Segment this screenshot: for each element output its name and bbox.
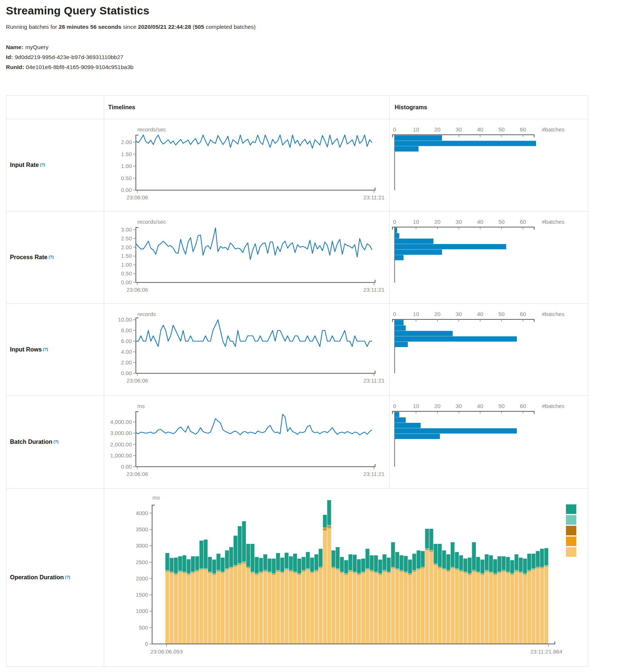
stacked-bar-segment bbox=[446, 571, 450, 571]
stacked-bar-segment bbox=[285, 569, 289, 570]
stacked-bar-segment bbox=[502, 556, 506, 570]
stacked-bar-segment bbox=[170, 558, 174, 572]
histogram-bar bbox=[395, 428, 517, 433]
stacked-bar-segment bbox=[468, 575, 472, 575]
stacked-bar-segment bbox=[378, 575, 382, 575]
x-tick-label: 0 bbox=[393, 126, 396, 133]
stacked-bar-segment bbox=[280, 572, 284, 572]
stacked-bar-segment bbox=[417, 570, 421, 644]
stacked-bar-segment bbox=[374, 573, 378, 573]
stacked-bar-segment bbox=[382, 571, 387, 571]
row-label-batch-duration: Batch Duration(?) bbox=[6, 395, 103, 488]
stacked-bar-segment bbox=[395, 568, 399, 569]
histogram-bar bbox=[395, 244, 506, 249]
stacked-bar-segment bbox=[451, 567, 455, 568]
stacked-bar-segment bbox=[246, 568, 250, 568]
stacked-bar-segment bbox=[412, 554, 416, 570]
y-tick-label: 3000 bbox=[136, 542, 148, 549]
stacked-bar-segment bbox=[404, 573, 408, 573]
stacked-bar-segment bbox=[476, 557, 480, 572]
stacked-bar-segment bbox=[434, 544, 438, 563]
stacked-bar-segment bbox=[459, 571, 463, 571]
stacked-bar-segment bbox=[259, 558, 263, 572]
y-tick-label: 2,000.00 bbox=[110, 441, 132, 448]
stacked-bar-segment bbox=[344, 574, 348, 575]
histogram-bar bbox=[395, 250, 442, 255]
stacked-bar-segment bbox=[498, 573, 502, 573]
stacked-bar-segment bbox=[340, 573, 344, 644]
row-label-process-rate: Process Rate(?) bbox=[6, 211, 103, 304]
stacked-bar-segment bbox=[212, 574, 216, 575]
stacked-bar-segment bbox=[370, 571, 374, 572]
stacked-bar-segment bbox=[357, 575, 361, 575]
histogram-bar bbox=[395, 336, 517, 342]
stacked-bar-segment bbox=[238, 563, 242, 564]
help-hint-icon[interactable]: (?) bbox=[43, 347, 48, 352]
x-end-label: 23:11:21.864 bbox=[530, 648, 562, 655]
x-tick-label: 30 bbox=[456, 403, 462, 409]
stacked-bar-segment bbox=[353, 572, 357, 572]
stacked-bar-segment bbox=[174, 574, 178, 575]
stacked-bar-segment bbox=[532, 569, 536, 570]
stacked-bar-segment bbox=[242, 562, 246, 563]
stacked-bar-segment bbox=[387, 558, 391, 572]
timeline-x-axis bbox=[136, 464, 375, 467]
stacked-bar-segment bbox=[238, 565, 242, 644]
stacked-bar-segment bbox=[298, 573, 302, 574]
stacked-bar-segment bbox=[540, 568, 544, 568]
stacked-bar-segment bbox=[242, 562, 246, 563]
timeline-y-axis bbox=[136, 135, 138, 190]
stacked-bar-segment bbox=[306, 569, 310, 570]
stacked-bar-segment bbox=[293, 572, 297, 572]
running-mid: since bbox=[121, 24, 138, 30]
stacked-bar-segment bbox=[425, 529, 429, 548]
id-value: 9d0dd219-995d-423e-b97d-36931110bb27 bbox=[15, 54, 123, 60]
stacked-bar-segment bbox=[348, 571, 353, 572]
runid-value: 04e101e6-8bf8-4165-9099-9104c951ba3b bbox=[26, 64, 133, 70]
stacked-bar-segment bbox=[344, 560, 348, 573]
timeline-unit-label: records/sec bbox=[137, 219, 166, 225]
stacked-bar-segment bbox=[212, 575, 216, 575]
help-hint-icon[interactable]: (?) bbox=[48, 255, 54, 259]
stacked-bar-segment bbox=[238, 565, 242, 565]
stacked-bar-segment bbox=[191, 572, 195, 572]
stacked-bar-segment bbox=[395, 570, 399, 644]
stacked-bar-segment bbox=[187, 559, 191, 573]
stacked-bar-segment bbox=[463, 573, 467, 644]
stacked-bar-segment bbox=[532, 554, 536, 569]
stacked-bar-segment bbox=[302, 572, 306, 644]
stacked-bar-segment bbox=[451, 568, 455, 568]
histogram-bar bbox=[395, 325, 406, 330]
x-tick-label: 40 bbox=[477, 126, 483, 133]
stacked-bar-segment bbox=[182, 573, 186, 573]
stacked-bar-segment bbox=[382, 572, 387, 644]
x-tick-label: 20 bbox=[434, 403, 440, 409]
stacked-bar-segment bbox=[370, 555, 374, 570]
stacked-bar-segment bbox=[502, 570, 506, 571]
help-hint-icon[interactable]: (?) bbox=[65, 575, 70, 579]
x-tick-label: 20 bbox=[434, 219, 440, 225]
stacked-bar-segment bbox=[472, 542, 476, 570]
stacked-bar-segment bbox=[489, 573, 493, 573]
stacked-bar-segment bbox=[472, 570, 476, 571]
stacked-bar-segment bbox=[365, 569, 370, 570]
stacked-bar-segment bbox=[165, 553, 169, 570]
stacked-bar-segment bbox=[199, 541, 203, 568]
y-tick-label: 1.50 bbox=[121, 253, 132, 259]
table-border-right bbox=[588, 95, 588, 667]
stacked-bar-segment bbox=[208, 573, 212, 573]
table-border-top bbox=[6, 95, 588, 96]
help-hint-icon[interactable]: (?) bbox=[40, 162, 45, 167]
stacked-bar-segment bbox=[527, 570, 531, 571]
stacked-bar-segment bbox=[276, 553, 280, 570]
help-hint-icon[interactable]: (?) bbox=[54, 439, 59, 444]
stacked-bar-segment bbox=[545, 548, 549, 565]
stacked-bar-segment bbox=[459, 570, 463, 571]
stacked-bar-segment bbox=[208, 573, 212, 573]
stacked-bar-segment bbox=[391, 542, 395, 567]
stacked-bar-segment bbox=[242, 563, 246, 563]
stacked-bar-segment bbox=[302, 570, 306, 571]
running-batches-summary: Running batches for 26 minutes 56 second… bbox=[6, 24, 255, 30]
stacked-bar-segment bbox=[280, 573, 284, 644]
stacked-bar-segment bbox=[485, 570, 489, 571]
